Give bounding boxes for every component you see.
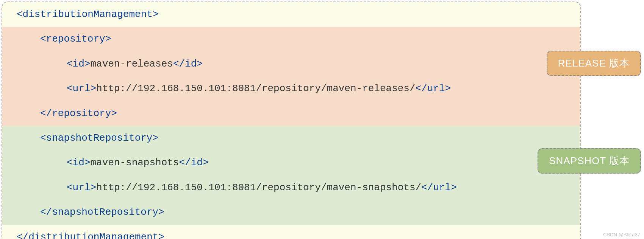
code-line-snapshot-url: <url>http://192.168.150.101:8081/reposit… bbox=[2, 175, 580, 200]
watermark-text: CSDN @Akira37 bbox=[603, 232, 640, 237]
release-badge-label: RELEASE 版本 bbox=[558, 57, 630, 69]
code-line-snap-close: </snapshotRepository> bbox=[2, 200, 580, 225]
code-line-repo-close: </repository> bbox=[2, 101, 580, 126]
snapshot-badge: SNAPSHOT 版本 bbox=[538, 148, 641, 174]
code-line-release-url: <url>http://192.168.150.101:8081/reposit… bbox=[2, 76, 580, 101]
code-line-snapshot-id: <id>maven-snapshots</id> bbox=[2, 151, 580, 175]
code-line-release-id: <id>maven-releases</id> bbox=[2, 52, 580, 76]
xml-code-block: <distributionManagement> <repository> <i… bbox=[2, 2, 581, 239]
release-badge: RELEASE 版本 bbox=[547, 51, 641, 76]
code-line-snap-open: <snapshotRepository> bbox=[2, 126, 580, 151]
code-line-root-close: </distributionManagement> bbox=[2, 225, 580, 239]
code-line-root-open: <distributionManagement> bbox=[2, 2, 580, 27]
snapshot-badge-label: SNAPSHOT 版本 bbox=[549, 155, 630, 166]
code-line-repo-open: <repository> bbox=[2, 27, 580, 51]
